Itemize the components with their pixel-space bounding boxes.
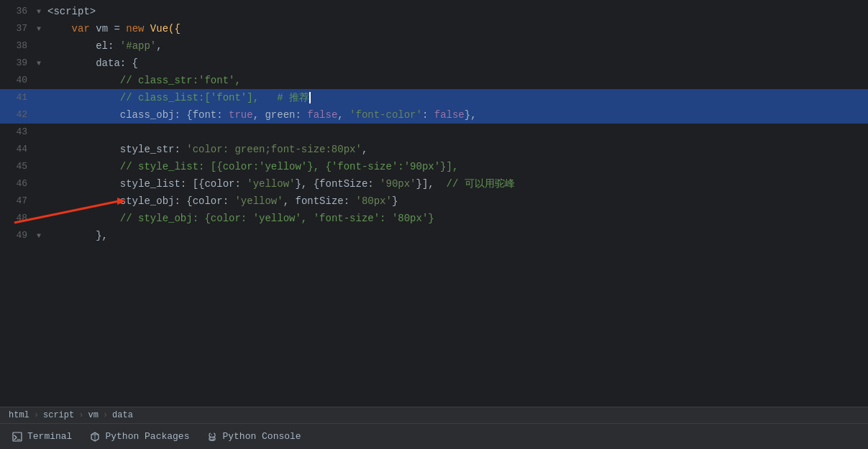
fold-gutter-43 xyxy=(33,124,45,141)
breadcrumb-bar: html › script › vm › data xyxy=(0,407,868,423)
fold-gutter-44 xyxy=(33,141,45,158)
terminal-icon xyxy=(12,431,23,443)
line-content-44: style_str: 'color: green;font-size:80px'… xyxy=(45,141,868,158)
line-content-39: data: { xyxy=(45,55,868,72)
code-token: : xyxy=(422,109,434,121)
line-content-43 xyxy=(45,124,868,141)
fold-gutter-47 xyxy=(33,193,45,210)
breadcrumb-item-data: data xyxy=(112,410,133,420)
line-number-36: 36 xyxy=(0,3,33,20)
breadcrumb-item-script: script xyxy=(43,410,74,420)
code-token: '#app' xyxy=(120,40,156,52)
code-token xyxy=(47,23,72,34)
code-line-47: 47 style_obj: {color: 'yellow', fontSize… xyxy=(0,193,868,210)
code-line-45: 45 // style_list: [{color:'yellow'}, {'f… xyxy=(0,158,868,175)
fold-gutter-49[interactable]: ▼ xyxy=(33,227,45,244)
code-token: '80px' xyxy=(356,195,392,207)
code-token: , xyxy=(156,40,162,52)
line-content-46: style_list: [{color: 'yellow'}, {fontSiz… xyxy=(45,175,868,193)
fold-gutter-41 xyxy=(33,89,45,106)
breadcrumb-sep-1: › xyxy=(34,410,39,420)
code-token: style_str: xyxy=(47,144,186,155)
line-content-38: el: '#app', xyxy=(45,37,868,55)
tab-terminal[interactable]: Terminal xyxy=(3,424,81,449)
svg-point-2 xyxy=(211,434,212,435)
code-line-36: 36▼<script> xyxy=(0,3,868,20)
fold-gutter-48 xyxy=(33,210,45,227)
code-editor[interactable]: 36▼<script>37▼ var vm = new Vue({38 el: … xyxy=(0,0,868,407)
code-token: , green: xyxy=(253,109,308,121)
fold-gutter-39[interactable]: ▼ xyxy=(33,55,45,72)
code-token: // class_list:['font'], xyxy=(120,92,259,103)
breadcrumb-item-vm: vm xyxy=(88,410,98,420)
text-cursor xyxy=(309,92,311,103)
code-token: // style_obj: {color: 'yellow', 'font-si… xyxy=(120,213,434,224)
code-token: // style_list: [{color:'yellow'}, {'font… xyxy=(120,161,458,172)
code-line-48: 48 // style_obj: {color: 'yellow', 'font… xyxy=(0,210,868,227)
code-token: false xyxy=(434,109,465,121)
code-token xyxy=(47,92,120,103)
package-icon xyxy=(89,431,101,443)
tab-python-packages[interactable]: Python Packages xyxy=(81,424,198,449)
code-line-40: 40 // class_str:'font', xyxy=(0,72,868,89)
code-token: // 可以用驼峰 xyxy=(447,178,515,190)
tab-python-packages-label: Python Packages xyxy=(105,431,189,442)
code-line-44: 44 style_str: 'color: green;font-size:80… xyxy=(0,141,868,158)
code-line-43: 43 xyxy=(0,124,868,141)
breadcrumb-sep-2: › xyxy=(78,410,83,420)
code-token: }, xyxy=(465,109,477,121)
code-token: new xyxy=(126,23,144,34)
code-token: style_list: [{color: xyxy=(47,178,247,190)
tab-terminal-label: Terminal xyxy=(27,431,72,442)
code-token: style_obj: {color: xyxy=(47,195,234,207)
line-content-40: // class_str:'font', xyxy=(45,72,868,89)
code-line-46: 46 style_list: [{color: 'yellow'}, {font… xyxy=(0,175,868,193)
line-number-49: 49 xyxy=(0,227,33,244)
line-number-41: 41 xyxy=(0,89,33,106)
line-number-38: 38 xyxy=(0,37,33,55)
code-token: Vue({ xyxy=(144,23,180,34)
code-token: el: xyxy=(47,40,120,52)
code-token xyxy=(47,213,120,224)
fold-gutter-36[interactable]: ▼ xyxy=(33,3,45,20)
fold-gutter-42 xyxy=(33,106,45,124)
fold-gutter-45 xyxy=(33,158,45,175)
code-token: false xyxy=(307,109,337,121)
bottom-tab-bar: Terminal Python Packages Python Console xyxy=(0,423,868,449)
fold-gutter-40 xyxy=(33,72,45,89)
code-token: # 推荐 xyxy=(259,92,309,103)
line-number-44: 44 xyxy=(0,141,33,158)
line-content-36: <script> xyxy=(45,3,868,20)
code-token: vm = xyxy=(90,23,126,34)
svg-point-3 xyxy=(213,438,214,439)
line-content-41: // class_list:['font'], # 推荐 xyxy=(45,89,868,106)
code-token: }, {fontSize: xyxy=(295,178,380,190)
tab-python-console[interactable]: Python Console xyxy=(198,424,309,449)
line-content-48: // style_obj: {color: 'yellow', 'font-si… xyxy=(45,210,868,227)
fold-gutter-37[interactable]: ▼ xyxy=(33,20,45,37)
code-token: // class_str:'font', xyxy=(120,75,241,86)
breadcrumb-item-html: html xyxy=(9,410,29,420)
line-number-47: 47 xyxy=(0,193,33,210)
line-number-43: 43 xyxy=(0,124,33,141)
code-lines: 36▼<script>37▼ var vm = new Vue({38 el: … xyxy=(0,0,868,407)
code-token: <script> xyxy=(47,6,96,17)
code-token: }, xyxy=(47,230,108,241)
code-line-37: 37▼ var vm = new Vue({ xyxy=(0,20,868,37)
code-token: , xyxy=(362,144,367,155)
code-token: , fontSize: xyxy=(283,195,356,207)
line-number-45: 45 xyxy=(0,158,33,175)
code-token: true xyxy=(229,109,253,121)
line-content-47: style_obj: {color: 'yellow', fontSize: '… xyxy=(45,193,868,210)
code-token: data: { xyxy=(47,57,138,69)
code-token: 'yellow' xyxy=(234,195,283,207)
fold-gutter-38 xyxy=(33,37,45,55)
code-line-39: 39▼ data: { xyxy=(0,55,868,72)
line-number-46: 46 xyxy=(0,175,33,193)
code-line-41: 41 // class_list:['font'], # 推荐 xyxy=(0,89,868,106)
line-content-37: var vm = new Vue({ xyxy=(45,20,868,37)
fold-gutter-46 xyxy=(33,175,45,193)
line-number-40: 40 xyxy=(0,72,33,89)
line-content-42: class_obj: {font: true, green: false, 'f… xyxy=(45,106,868,124)
code-token: var xyxy=(72,23,90,34)
